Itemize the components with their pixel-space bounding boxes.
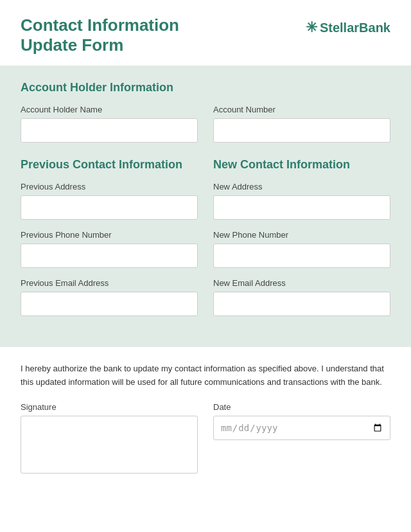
new-phone-group: New Phone Number [213,230,390,268]
date-input[interactable] [213,416,390,440]
account-number-label: Account Number [213,105,390,114]
new-phone-input[interactable] [213,244,390,268]
new-contact-col: New Contact Information New Address New … [213,158,390,326]
previous-email-input[interactable] [21,292,198,316]
new-email-input[interactable] [213,292,390,316]
new-email-label: New Email Address [213,278,390,288]
new-phone-label: New Phone Number [213,230,390,240]
account-fields-grid: Account Holder Name Account Number [21,105,390,143]
footer-fields-grid: Signature Date [21,402,390,474]
header: Contact Information Update Form ✳ Stella… [0,0,411,66]
bank-name: StellarBank [320,21,390,35]
previous-contact-col: Previous Contact Information Previous Ad… [21,158,198,326]
account-section-title: Account Holder Information [21,81,390,94]
account-holder-section: Account Holder Information Account Holde… [21,81,390,143]
account-number-input[interactable] [213,118,390,143]
new-address-label: New Address [213,182,390,191]
bank-logo-star: ✳ [306,19,317,36]
new-address-group: New Address [213,182,390,220]
previous-address-group: Previous Address [21,182,198,220]
footer: I hereby authorize the bank to update my… [0,347,411,494]
previous-phone-label: Previous Phone Number [21,230,198,240]
main-content: Account Holder Information Account Holde… [0,66,411,347]
account-number-group: Account Number [213,105,390,143]
previous-email-label: Previous Email Address [21,278,198,288]
previous-phone-input[interactable] [21,244,198,268]
form-title: Contact Information Update Form [21,15,179,55]
contact-sections-grid: Previous Contact Information Previous Ad… [21,158,390,326]
date-group: Date [213,402,390,440]
account-holder-name-group: Account Holder Name [21,105,198,143]
previous-contact-title: Previous Contact Information [21,158,198,172]
signature-label: Signature [21,402,198,412]
new-email-group: New Email Address [213,278,390,316]
new-contact-title: New Contact Information [213,158,390,172]
signature-box[interactable] [21,416,198,474]
bank-logo: ✳ StellarBank [306,19,390,36]
previous-address-input[interactable] [21,195,198,220]
previous-address-label: Previous Address [21,182,198,191]
new-address-input[interactable] [213,195,390,220]
previous-phone-group: Previous Phone Number [21,230,198,268]
account-holder-name-input[interactable] [21,118,198,143]
date-label: Date [213,402,390,412]
signature-group: Signature [21,402,198,474]
authorization-text: I hereby authorize the bank to update my… [21,362,390,389]
previous-email-group: Previous Email Address [21,278,198,316]
account-holder-name-label: Account Holder Name [21,105,198,114]
